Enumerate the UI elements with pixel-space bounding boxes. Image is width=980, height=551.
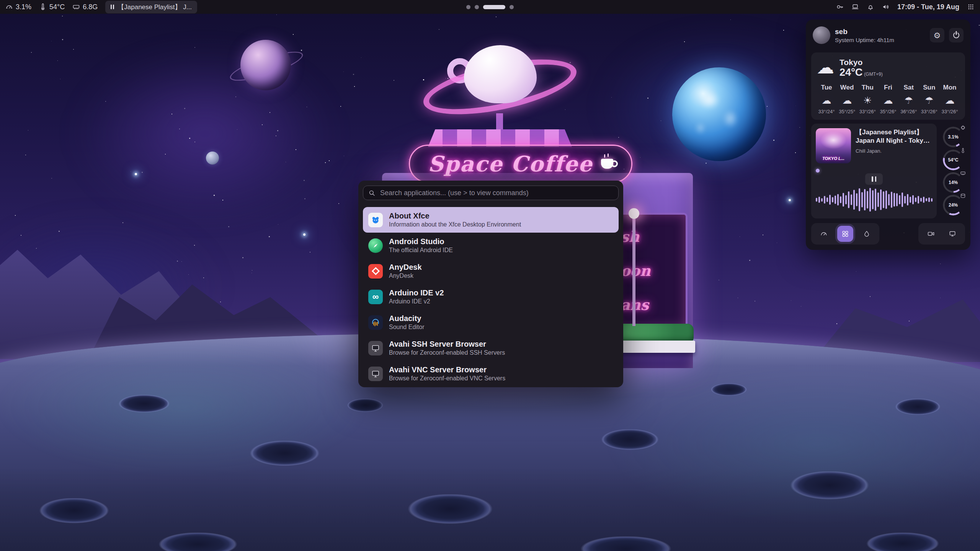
launcher-item-about-xfce[interactable]: About Xfce Information about the Xfce De… — [363, 207, 619, 233]
bell-icon — [867, 3, 874, 11]
coffee-cup-icon — [601, 159, 613, 169]
media-player-pill[interactable]: 【Japanese Playlist】 J... — [105, 1, 197, 13]
temperature-indicator: 54°C — [39, 3, 65, 11]
dashboard-button[interactable] — [816, 226, 832, 242]
memory-icon — [960, 170, 966, 176]
weather-forecast: Tue ☁ 33°/24° Wed ☁ 35°/25° Thu ☀ 33°/26… — [817, 84, 960, 114]
app-title: Android Studio — [389, 237, 453, 246]
app-description: Sound Editor — [389, 324, 425, 331]
star-sparkle — [789, 199, 791, 201]
launcher-item-avahi-ssh[interactable]: Avahi SSH Server Browser Browse for Zero… — [363, 335, 619, 361]
workspace-dot[interactable] — [466, 5, 470, 9]
arduino-icon: ∞ — [368, 290, 383, 304]
volume-button[interactable] — [882, 3, 890, 11]
app-title: Avahi SSH Server Browser — [389, 340, 505, 348]
window-neon-text: oon — [621, 264, 650, 278]
top-bar: 3.1% 54°C 6.8G 【Japanese Playlist】 J... — [0, 0, 980, 14]
forecast-day: Thu ☀ 33°/26° — [858, 84, 877, 114]
crater — [115, 395, 180, 418]
memory-icon — [72, 3, 80, 11]
crater — [597, 429, 670, 456]
launcher-item-avahi-vnc[interactable]: Avahi VNC Server Browser Browse for Zero… — [363, 361, 619, 386]
weather-icon: ☁ — [878, 95, 898, 106]
earth-planet — [672, 67, 766, 161]
monitor-icon — [368, 367, 383, 381]
crater — [245, 441, 333, 473]
window-neon-text: sh — [621, 230, 639, 244]
app-list: About Xfce Information about the Xfce De… — [363, 207, 619, 386]
neon-sign-text: Space Coffee — [428, 151, 593, 176]
track-title: 【Japanese Playlist】 Japan All Night - To… — [856, 128, 932, 145]
lamp-post — [632, 217, 635, 326]
weather-icon: ☀ — [858, 95, 877, 106]
neon-sign: Space Coffee — [409, 145, 632, 183]
screen-record-button[interactable] — [923, 226, 939, 242]
memory-indicator: 6.8G — [72, 3, 98, 11]
disk-gauge: 24% — [943, 195, 964, 215]
crater — [785, 471, 884, 508]
media-pill-label: 【Japanese Playlist】 J... — [118, 3, 192, 11]
search-bar[interactable] — [363, 186, 619, 200]
disk-icon — [960, 193, 966, 199]
panel-actions — [811, 223, 965, 245]
forecast-day: Wed ☁ 35°/25° — [837, 84, 857, 114]
crater — [402, 494, 509, 533]
app-title: AnyDesk — [389, 263, 422, 271]
left-action-group — [811, 223, 879, 245]
launcher-item-arduino[interactable]: ∞ Arduino IDE v2 Arduino IDE v2 — [363, 284, 619, 310]
search-input[interactable] — [379, 189, 613, 197]
workspace-dot[interactable] — [483, 5, 505, 9]
power-button[interactable] — [949, 28, 964, 42]
display-settings-button[interactable] — [944, 226, 960, 242]
app-title: Audacity — [389, 314, 425, 323]
settings-button[interactable]: ⚙ — [930, 28, 944, 42]
grid-icon — [967, 3, 975, 11]
waveform — [816, 186, 932, 214]
vpn-key-button[interactable] — [836, 3, 844, 11]
pause-button[interactable] — [865, 173, 883, 185]
app-grid-button[interactable] — [967, 3, 975, 11]
notifications-button[interactable] — [867, 3, 874, 11]
app-description: Browse for Zeroconf-enabled VNC Servers — [389, 375, 505, 382]
giant-coffee-cup — [464, 45, 537, 103]
crater — [34, 498, 122, 531]
speaker-icon — [882, 3, 890, 11]
album-art-label: TOKYO L... — [816, 156, 851, 161]
gear-icon: ⚙ — [934, 31, 941, 39]
key-icon — [836, 3, 844, 11]
workspace-dot[interactable] — [510, 5, 514, 9]
crater — [861, 533, 953, 551]
display-button[interactable] — [851, 3, 859, 11]
system-uptime: System Uptime: 4h11m — [835, 37, 925, 43]
pause-icon — [111, 5, 114, 9]
android-studio-icon — [368, 238, 383, 253]
purple-planet — [240, 40, 291, 90]
app-description: AnyDesk — [389, 272, 422, 279]
app-launcher-button[interactable] — [837, 226, 853, 242]
app-description: Browse for Zeroconf-enabled SSH Servers — [389, 349, 505, 356]
cpu-gauge: 3.1% — [943, 127, 964, 147]
crater — [892, 399, 949, 420]
user-card: seb System Uptime: 4h11m ⚙ — [811, 25, 965, 49]
launcher-item-android-studio[interactable]: Android Studio The official Android IDE — [363, 233, 619, 258]
cpu-icon — [960, 125, 966, 130]
weather-icon: ☁ — [837, 95, 857, 106]
clock[interactable]: 17:09 - Tue, 19 Aug — [897, 3, 959, 11]
workspace-dot[interactable] — [475, 5, 479, 9]
theme-button[interactable] — [859, 226, 875, 242]
app-description: Information about the Xfce Desktop Envir… — [389, 221, 521, 228]
launcher-item-anydesk[interactable]: AnyDesk AnyDesk — [363, 258, 619, 284]
power-icon — [953, 32, 959, 38]
control-panel: seb System Uptime: 4h11m ⚙ ☁ Tokyo 24°C(… — [806, 20, 970, 250]
audacity-icon — [368, 315, 383, 330]
small-moon — [206, 152, 219, 165]
workspace-indicator[interactable] — [466, 0, 514, 14]
speedometer-icon — [820, 230, 828, 238]
cpu-usage-indicator: 3.1% — [5, 3, 31, 11]
launcher-item-audacity[interactable]: Audacity Sound Editor — [363, 310, 619, 335]
forecast-day: Tue ☁ 33°/24° — [817, 84, 836, 114]
laptop-icon — [851, 3, 859, 11]
progress-slider[interactable] — [816, 169, 820, 173]
memory-gauge: 14% — [943, 172, 964, 193]
cpu-gauge-icon — [5, 3, 13, 11]
